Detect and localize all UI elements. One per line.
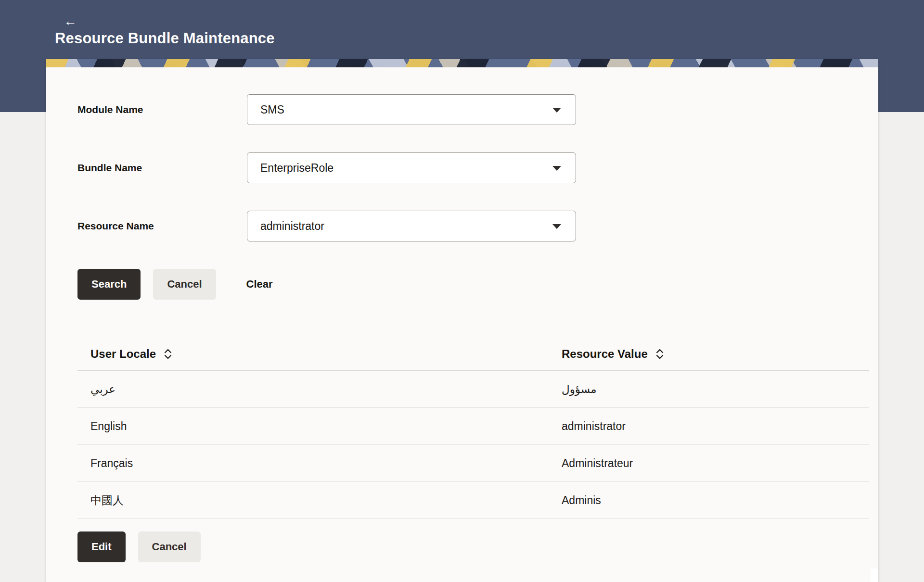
module-name-label: Module Name <box>77 104 247 115</box>
sort-icon[interactable] <box>655 348 664 360</box>
edit-button[interactable]: Edit <box>77 531 126 562</box>
resource-value-cell: مسؤول <box>562 383 869 396</box>
bundle-name-select[interactable]: EnterpriseRole <box>247 152 576 183</box>
cancel-button[interactable]: Cancel <box>138 531 201 562</box>
resource-value-cell: Adminis <box>562 494 869 507</box>
module-name-value: SMS <box>260 103 284 116</box>
resource-value-cell: administrator <box>562 420 869 433</box>
chevron-down-icon <box>552 108 561 113</box>
resource-name-select[interactable]: administrator <box>247 211 576 241</box>
table-row[interactable]: English administrator <box>77 408 869 445</box>
table-action-buttons: Edit Cancel <box>77 531 878 562</box>
clear-button[interactable]: Clear <box>242 269 278 300</box>
form-row-resource-name: Resource Name administrator <box>77 211 878 241</box>
user-locale-header-label: User Locale <box>90 347 156 361</box>
user-locale-cell: Français <box>90 457 562 470</box>
table-header-row: User Locale Resource Value <box>77 337 869 371</box>
bundle-name-value: EnterpriseRole <box>260 162 334 175</box>
form-row-module-name: Module Name SMS <box>77 94 878 125</box>
table-row[interactable]: Français Administrateur <box>77 445 869 482</box>
form-buttons: Search Cancel Clear <box>77 269 878 300</box>
content-card: Module Name SMS Bundle Name EnterpriseRo… <box>46 59 878 582</box>
resource-name-label: Resource Name <box>77 220 247 232</box>
bundle-name-label: Bundle Name <box>77 162 247 174</box>
search-form: Module Name SMS Bundle Name EnterpriseRo… <box>46 67 878 300</box>
column-header-user-locale[interactable]: User Locale <box>90 347 562 361</box>
resource-name-value: administrator <box>260 220 324 233</box>
user-locale-cell: 中國人 <box>90 493 562 508</box>
sort-icon[interactable] <box>164 348 172 360</box>
scrollbar[interactable] <box>871 569 878 582</box>
locale-table: User Locale Resource Value <box>77 337 869 519</box>
back-arrow-icon[interactable]: ← <box>60 11 81 32</box>
user-locale-cell: English <box>90 420 562 433</box>
resource-value-cell: Administrateur <box>562 457 869 470</box>
chevron-down-icon <box>552 224 561 229</box>
table-row[interactable]: عربي مسؤول <box>77 371 869 408</box>
table-row[interactable]: 中國人 Adminis <box>77 482 869 519</box>
chevron-down-icon <box>552 166 561 171</box>
module-name-select[interactable]: SMS <box>247 94 576 125</box>
form-row-bundle-name: Bundle Name EnterpriseRole <box>77 152 878 183</box>
cancel-button[interactable]: Cancel <box>153 269 216 300</box>
column-header-resource-value[interactable]: Resource Value <box>562 347 869 361</box>
decorative-banner <box>46 59 878 67</box>
search-button[interactable]: Search <box>77 269 141 300</box>
user-locale-cell: عربي <box>90 383 562 396</box>
page-title: Resource Bundle Maintenance <box>55 30 275 47</box>
resource-value-header-label: Resource Value <box>562 347 648 361</box>
